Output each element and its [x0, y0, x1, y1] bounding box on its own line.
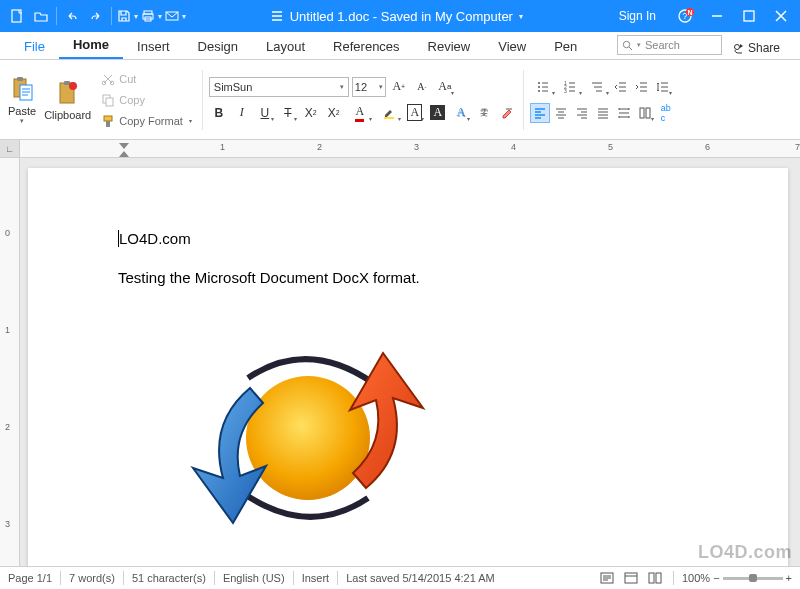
- status-language[interactable]: English (US): [223, 572, 285, 584]
- font-color-icon[interactable]: A: [347, 103, 373, 123]
- document-title[interactable]: Untitled 1.doc - Saved in My Computer: [290, 9, 513, 24]
- search-input[interactable]: ▾ Search: [617, 35, 722, 55]
- status-chars[interactable]: 51 character(s): [132, 572, 206, 584]
- doc-menu-icon[interactable]: [270, 9, 284, 23]
- numbering-icon[interactable]: 123: [557, 77, 583, 97]
- text-direction-icon[interactable]: abc: [656, 103, 676, 123]
- hanging-indent-marker[interactable]: [119, 151, 129, 157]
- new-doc-icon[interactable]: [6, 5, 28, 27]
- tab-bar: File Home Insert Design Layout Reference…: [0, 32, 800, 60]
- save-icon[interactable]: [116, 5, 138, 27]
- zoom-control[interactable]: 100% − +: [682, 572, 792, 584]
- close-icon[interactable]: [766, 1, 796, 31]
- help-icon[interactable]: ?N: [670, 1, 700, 31]
- minimize-icon[interactable]: [702, 1, 732, 31]
- svg-rect-24: [384, 117, 394, 119]
- align-justify-icon[interactable]: [593, 103, 613, 123]
- phonetic-guide-icon[interactable]: 雯: [474, 103, 494, 123]
- status-words[interactable]: 7 word(s): [69, 572, 115, 584]
- svg-rect-36: [649, 573, 654, 583]
- highlight-icon[interactable]: [376, 103, 402, 123]
- view-web-icon[interactable]: [645, 570, 665, 586]
- svg-rect-0: [12, 10, 21, 22]
- view-print-layout-icon[interactable]: [597, 570, 617, 586]
- tab-layout[interactable]: Layout: [252, 33, 319, 59]
- svg-point-11: [734, 44, 739, 49]
- strikethrough-icon[interactable]: T: [278, 103, 298, 123]
- line-spacing-icon[interactable]: [653, 77, 673, 97]
- tab-review[interactable]: Review: [414, 33, 485, 59]
- clear-formatting-icon[interactable]: [497, 103, 517, 123]
- print-icon[interactable]: [140, 5, 162, 27]
- decrease-indent-icon[interactable]: [611, 77, 631, 97]
- document-page[interactable]: LO4D.com Testing the Microsoft Document …: [28, 168, 788, 566]
- tab-pen[interactable]: Pen: [540, 33, 591, 59]
- view-outline-icon[interactable]: [621, 570, 641, 586]
- status-insert-mode[interactable]: Insert: [302, 572, 330, 584]
- search-icon: [622, 40, 633, 51]
- bold-icon[interactable]: B: [209, 103, 229, 123]
- tab-view[interactable]: View: [484, 33, 540, 59]
- svg-rect-16: [64, 81, 70, 85]
- grow-font-icon[interactable]: A+: [389, 77, 409, 97]
- tab-references[interactable]: References: [319, 33, 413, 59]
- svg-rect-9: [744, 11, 754, 21]
- zoom-slider[interactable]: [723, 577, 783, 580]
- mail-icon[interactable]: [164, 5, 186, 27]
- share-button[interactable]: Share: [722, 41, 790, 55]
- align-left-icon[interactable]: [530, 103, 550, 123]
- sign-in-link[interactable]: Sign In: [607, 9, 668, 23]
- ruler-corner[interactable]: ∟: [0, 140, 20, 157]
- zoom-out-icon[interactable]: −: [713, 572, 719, 584]
- zoom-value[interactable]: 100%: [682, 572, 710, 584]
- status-bar: Page 1/1 7 word(s) 51 character(s) Engli…: [0, 566, 800, 589]
- page-viewport[interactable]: LO4D.com Testing the Microsoft Document …: [20, 158, 800, 566]
- increase-indent-icon[interactable]: [632, 77, 652, 97]
- paste-button[interactable]: Paste ▾: [6, 73, 38, 127]
- copy-format-button[interactable]: Copy Format▾: [97, 111, 196, 131]
- change-case-icon[interactable]: Aa: [435, 77, 455, 97]
- char-border-icon[interactable]: A: [405, 103, 425, 123]
- tab-home[interactable]: Home: [59, 31, 123, 59]
- title-dropdown-icon[interactable]: ▾: [519, 12, 523, 21]
- bullets-icon[interactable]: [530, 77, 556, 97]
- open-icon[interactable]: [30, 5, 52, 27]
- columns-icon[interactable]: [635, 103, 655, 123]
- first-line-indent-marker[interactable]: [119, 143, 129, 149]
- distribute-icon[interactable]: [614, 103, 634, 123]
- redo-icon[interactable]: [85, 5, 107, 27]
- svg-point-25: [538, 82, 540, 84]
- zoom-in-icon[interactable]: +: [786, 572, 792, 584]
- svg-rect-31: [640, 108, 644, 118]
- maximize-icon[interactable]: [734, 1, 764, 31]
- tab-file[interactable]: File: [10, 33, 59, 59]
- ruler-horizontal[interactable]: 1 2 3 4 5 6 7: [20, 140, 800, 157]
- tab-insert[interactable]: Insert: [123, 33, 184, 59]
- ruler-vertical[interactable]: 0 1 2 3: [0, 158, 20, 566]
- copy-button[interactable]: Copy: [97, 90, 196, 110]
- multilevel-icon[interactable]: [584, 77, 610, 97]
- ruler-horizontal-wrap: ∟ 1 2 3 4 5 6 7: [0, 140, 800, 158]
- clipboard-button[interactable]: Clipboard: [42, 77, 93, 123]
- quick-access-toolbar: [0, 5, 186, 27]
- font-name-select[interactable]: SimSun▾: [209, 77, 349, 97]
- shrink-font-icon[interactable]: A-: [412, 77, 432, 97]
- tab-design[interactable]: Design: [184, 33, 252, 59]
- italic-icon[interactable]: I: [232, 103, 252, 123]
- align-right-icon[interactable]: [572, 103, 592, 123]
- doc-line-2: Testing the Microsoft Document DocX form…: [118, 267, 698, 290]
- font-size-select[interactable]: 12▾: [352, 77, 386, 97]
- cut-button[interactable]: Cut: [97, 69, 196, 89]
- char-shading-icon[interactable]: A: [428, 103, 448, 123]
- svg-rect-32: [646, 108, 650, 118]
- align-center-icon[interactable]: [551, 103, 571, 123]
- cut-icon: [101, 72, 115, 86]
- underline-icon[interactable]: U: [255, 103, 275, 123]
- format-painter-icon: [101, 114, 115, 128]
- superscript-icon[interactable]: X2: [324, 103, 344, 123]
- status-page[interactable]: Page 1/1: [8, 572, 52, 584]
- text-effects-icon[interactable]: A: [451, 103, 471, 123]
- title-center: Untitled 1.doc - Saved in My Computer ▾: [186, 9, 607, 24]
- subscript-icon[interactable]: X2: [301, 103, 321, 123]
- undo-icon[interactable]: [61, 5, 83, 27]
